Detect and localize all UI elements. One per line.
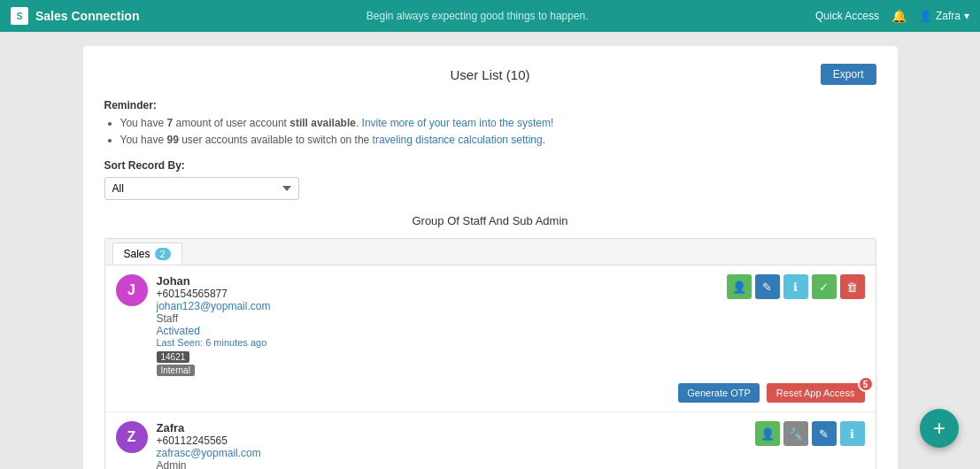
app-header: S Sales Connection Begin always expectin… bbox=[0, 0, 980, 32]
reminder-list: You have 7 amount of user account still … bbox=[104, 115, 876, 149]
user-info: Zafra +60112245565 zafrasc@yopmail.com A… bbox=[157, 421, 304, 469]
user-row: Z Zafra +60112245565 zafrasc@yopmail.com… bbox=[105, 412, 876, 469]
avatar: Z bbox=[116, 421, 148, 453]
edit-button[interactable]: ✎ bbox=[812, 421, 837, 446]
info-button[interactable]: ℹ bbox=[840, 421, 865, 446]
tab-bar: Sales 2 bbox=[104, 238, 876, 265]
user-left: Z Zafra +60112245565 zafrasc@yopmail.com… bbox=[116, 421, 304, 469]
invite-link[interactable]: Invite more of your team into the system… bbox=[362, 117, 554, 129]
user-icon-button[interactable]: 👤 bbox=[755, 421, 780, 446]
avatar-letter: Z bbox=[127, 429, 136, 445]
generate-otp-button[interactable]: Generate OTP bbox=[678, 383, 760, 403]
reminder-title: Reminder: bbox=[104, 99, 876, 111]
user-row-inner: Z Zafra +60112245565 zafrasc@yopmail.com… bbox=[116, 421, 865, 469]
user-actions: 👤 ✎ ℹ ✓ 🗑 bbox=[727, 274, 865, 299]
group-title: Group Of Staff And Sub Admin bbox=[104, 214, 876, 227]
wrench-button[interactable]: 🔧 bbox=[783, 421, 808, 446]
tab-sales-badge: 2 bbox=[155, 248, 171, 260]
user-list-card: User List (10) Export Reminder: You have… bbox=[83, 46, 898, 469]
main-content: User List (10) Export Reminder: You have… bbox=[0, 32, 980, 469]
logo: S Sales Connection bbox=[11, 7, 139, 25]
user-icon: 👤 bbox=[919, 10, 932, 22]
tab-sales-label: Sales bbox=[124, 248, 150, 260]
logo-icon: S bbox=[11, 7, 28, 25]
sort-section: Sort Record By: All bbox=[104, 159, 876, 200]
bell-icon[interactable]: 🔔 bbox=[891, 9, 907, 23]
user-phone: +60112245565 bbox=[157, 434, 304, 447]
user-name: Johan bbox=[157, 274, 271, 288]
user-name: Zafra bbox=[157, 421, 304, 434]
user-status: Activated bbox=[157, 325, 271, 337]
traveling-link[interactable]: traveling distance calculation setting bbox=[373, 134, 543, 146]
user-row-inner: J Johan +60154565877 johan123@yopmail.co… bbox=[116, 274, 865, 376]
user-email: zafrasc@yopmail.com bbox=[157, 447, 304, 459]
card-header: User List (10) Export bbox=[104, 64, 876, 85]
user-info: Johan +60154565877 johan123@yopmail.com … bbox=[157, 274, 271, 376]
reset-app-wrapper: Reset App Access 5 bbox=[767, 383, 865, 403]
delete-button[interactable]: 🗑 bbox=[840, 274, 865, 299]
user-id-badge: 14621 bbox=[157, 351, 190, 363]
user-phone: +60154565877 bbox=[157, 288, 271, 300]
quick-access-button[interactable]: Quick Access bbox=[815, 10, 879, 22]
avatar-letter: J bbox=[127, 282, 135, 298]
reset-app-button[interactable]: Reset App Access bbox=[767, 383, 865, 403]
user-row: J Johan +60154565877 johan123@yopmail.co… bbox=[105, 265, 876, 412]
user-email: johan123@yopmail.com bbox=[157, 300, 271, 312]
user-icon-button[interactable]: 👤 bbox=[727, 274, 752, 299]
row-footer: Generate OTP Reset App Access 5 bbox=[116, 383, 865, 403]
user-actions: 👤 🔧 ✎ ℹ bbox=[755, 421, 865, 446]
user-name: Zafra bbox=[936, 10, 961, 22]
header-right: Quick Access 🔔 👤 Zafra ▾ bbox=[815, 9, 969, 23]
user-menu[interactable]: 👤 Zafra ▾ bbox=[919, 10, 969, 22]
avatar: J bbox=[116, 274, 148, 306]
chevron-down-icon: ▾ bbox=[964, 10, 969, 22]
edit-button[interactable]: ✎ bbox=[755, 274, 780, 299]
user-left: J Johan +60154565877 johan123@yopmail.co… bbox=[116, 274, 271, 376]
export-button[interactable]: Export bbox=[821, 64, 876, 85]
reminder-item-2: You have 99 user accounts available to s… bbox=[120, 132, 876, 149]
reminder-section: Reminder: You have 7 amount of user acco… bbox=[104, 99, 876, 149]
check-button[interactable]: ✓ bbox=[812, 274, 837, 299]
sort-label: Sort Record By: bbox=[104, 159, 876, 172]
reset-badge: 5 bbox=[858, 376, 874, 392]
user-role: Admin bbox=[157, 459, 304, 469]
tab-sales[interactable]: Sales 2 bbox=[112, 242, 182, 265]
user-role: Staff bbox=[157, 312, 271, 325]
user-internal-badge: Internal bbox=[157, 365, 195, 376]
reminder-item-1: You have 7 amount of user account still … bbox=[120, 115, 876, 132]
sort-select[interactable]: All bbox=[104, 177, 299, 200]
fab-button[interactable]: + bbox=[920, 409, 959, 448]
user-list: J Johan +60154565877 johan123@yopmail.co… bbox=[104, 265, 876, 469]
logo-text: Sales Connection bbox=[35, 9, 139, 23]
header-tagline: Begin always expecting good things to ha… bbox=[367, 10, 589, 22]
user-last-seen: Last Seen: 6 minutes ago bbox=[157, 337, 271, 348]
info-button[interactable]: ℹ bbox=[783, 274, 808, 299]
card-title: User List (10) bbox=[361, 67, 619, 82]
